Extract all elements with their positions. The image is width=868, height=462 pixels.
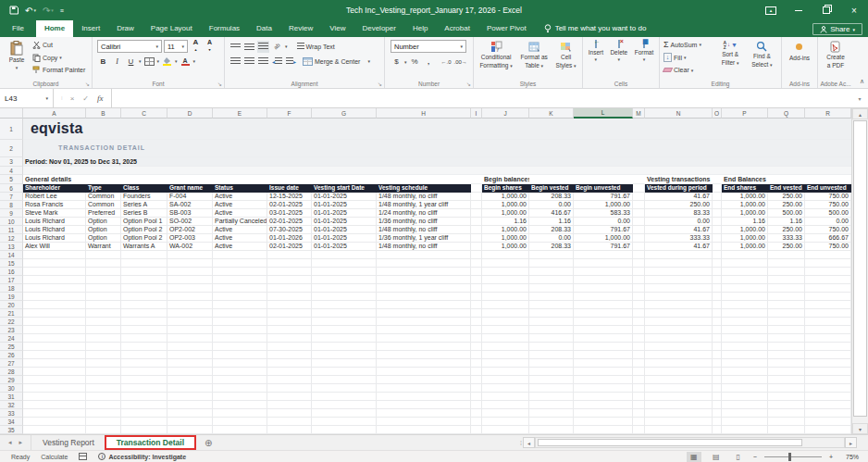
cell-c22[interactable]	[121, 318, 167, 326]
cell-b24[interactable]	[86, 334, 121, 343]
cell-l30[interactable]	[574, 384, 633, 393]
cell-q6[interactable]: End vested	[768, 184, 805, 193]
cell-e33[interactable]	[213, 409, 267, 418]
cell-b31[interactable]	[86, 393, 121, 401]
cell-q8[interactable]: 250.00	[768, 201, 805, 209]
cell-b20[interactable]	[86, 301, 121, 309]
cell-h24[interactable]	[377, 334, 471, 343]
cell-band-row-1[interactable]: eqvista	[23, 119, 851, 140]
cell-b11[interactable]: Option	[86, 226, 121, 234]
cell-i23[interactable]	[471, 326, 482, 334]
cell-n22[interactable]	[645, 318, 713, 326]
cell-f25[interactable]	[267, 343, 312, 351]
cell-q23[interactable]	[768, 326, 805, 334]
cell-e26[interactable]	[213, 351, 267, 359]
cell-f12[interactable]: 01-01-2026	[267, 234, 312, 243]
percent-button[interactable]: %	[409, 56, 421, 68]
cell-f29[interactable]	[267, 376, 312, 384]
cell-f16[interactable]	[267, 268, 312, 276]
cell-l25[interactable]	[574, 343, 633, 351]
column-header-h[interactable]: H	[377, 108, 471, 119]
cell-g32[interactable]	[312, 401, 377, 409]
column-header-m[interactable]: M	[633, 108, 645, 119]
cell-a6[interactable]: Shareholder	[23, 184, 86, 193]
cell-h32[interactable]	[377, 401, 471, 409]
cell-f24[interactable]	[267, 334, 312, 343]
cell-b14[interactable]	[86, 251, 121, 259]
zoom-level[interactable]: 75%	[840, 454, 859, 460]
cell-e28[interactable]	[213, 368, 267, 376]
cell-f10[interactable]: 02-01-2025	[267, 218, 312, 226]
format-painter-button[interactable]: Format Painter	[32, 64, 85, 76]
cell-p27[interactable]	[722, 359, 768, 368]
column-header-b[interactable]: B	[86, 108, 121, 119]
cell-l5[interactable]	[574, 175, 633, 184]
column-header-d[interactable]: D	[167, 108, 213, 119]
cell-h25[interactable]	[377, 343, 471, 351]
cell-b35[interactable]	[86, 426, 121, 434]
macro-record-icon[interactable]	[79, 453, 87, 460]
cell-d13[interactable]: WA-002	[167, 243, 213, 251]
cell-e17[interactable]	[213, 276, 267, 284]
cell-a18[interactable]	[23, 284, 86, 293]
cell-d24[interactable]	[167, 334, 213, 343]
cell-b13[interactable]: Warrant	[86, 243, 121, 251]
cell-e31[interactable]	[213, 393, 267, 401]
cell-d25[interactable]	[167, 343, 213, 351]
cell-n27[interactable]	[645, 359, 713, 368]
tab-review[interactable]: Review	[280, 20, 321, 37]
cell-m11[interactable]	[633, 226, 645, 234]
cell-r26[interactable]	[805, 351, 851, 359]
row-header-31[interactable]: 31	[0, 393, 23, 401]
cell-p30[interactable]	[722, 384, 768, 393]
cell-n21[interactable]	[645, 309, 713, 318]
row-header-29[interactable]: 29	[0, 376, 23, 384]
column-header-a[interactable]: A	[23, 108, 86, 119]
cell-r14[interactable]	[805, 251, 851, 259]
cell-a21[interactable]	[23, 309, 86, 318]
cell-r25[interactable]	[805, 343, 851, 351]
column-header-r[interactable]: R	[805, 108, 851, 119]
cell-m17[interactable]	[633, 276, 645, 284]
tab-home[interactable]: Home	[36, 20, 73, 37]
cell-e21[interactable]	[213, 309, 267, 318]
cell-m18[interactable]	[633, 284, 645, 293]
cell-b8[interactable]: Common	[86, 201, 121, 209]
cell-f11[interactable]: 07-30-2025	[267, 226, 312, 234]
cell-n10[interactable]: 0.00	[645, 218, 713, 226]
cell-g24[interactable]	[312, 334, 377, 343]
row-header-3[interactable]: 3	[0, 157, 23, 167]
cell-e22[interactable]	[213, 318, 267, 326]
cell-l20[interactable]	[574, 301, 633, 309]
cell-l28[interactable]	[574, 368, 633, 376]
conditional-formatting-button[interactable]: f Conditional Formatting ▾	[477, 39, 514, 76]
cell-j33[interactable]	[482, 409, 529, 418]
cell-a29[interactable]	[23, 376, 86, 384]
cell-c23[interactable]	[121, 326, 167, 334]
cell-k32[interactable]	[529, 401, 574, 409]
collapse-ribbon-icon[interactable]: ∧	[860, 78, 864, 85]
cell-o25[interactable]	[713, 343, 722, 351]
cell-b10[interactable]: Option	[86, 218, 121, 226]
cell-b21[interactable]	[86, 309, 121, 318]
cell-g22[interactable]	[312, 318, 377, 326]
cell-c24[interactable]	[121, 334, 167, 343]
cell-p26[interactable]	[722, 351, 768, 359]
cell-i6[interactable]	[471, 184, 482, 193]
cell-q25[interactable]	[768, 343, 805, 351]
cell-l26[interactable]	[574, 351, 633, 359]
cell-d14[interactable]	[167, 251, 213, 259]
cell-p17[interactable]	[722, 276, 768, 284]
cell-p14[interactable]	[722, 251, 768, 259]
cell-o20[interactable]	[713, 301, 722, 309]
cell-c35[interactable]	[121, 426, 167, 434]
cell-l7[interactable]: 791.67	[574, 193, 633, 201]
column-header-g[interactable]: G	[312, 108, 377, 119]
cell-o5[interactable]	[713, 175, 722, 184]
cell-c8[interactable]: Series A	[121, 201, 167, 209]
cell-d7[interactable]: F-004	[167, 193, 213, 201]
cell-h31[interactable]	[377, 393, 471, 401]
cell-i24[interactable]	[471, 334, 482, 343]
cell-h34[interactable]	[377, 418, 471, 426]
horizontal-scroll-thumb[interactable]	[538, 439, 802, 446]
